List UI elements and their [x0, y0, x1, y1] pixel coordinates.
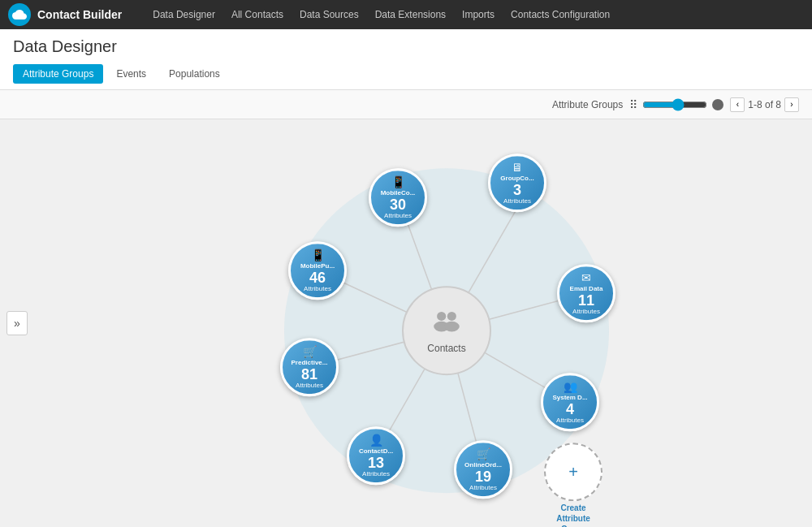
- logo-icon: [8, 3, 31, 26]
- contacts-label: Contacts: [427, 343, 465, 354]
- app-logo: Contact Builder: [8, 3, 122, 26]
- nav-data-designer[interactable]: Data Designer: [146, 6, 222, 24]
- tab-events[interactable]: Events: [106, 64, 156, 84]
- node-contactd-circle: 👤 ContactD... 13 Attributes: [347, 426, 405, 485]
- node-onlineord-icon: 🛒: [477, 447, 490, 460]
- grid-icon: ⠿: [629, 98, 637, 111]
- contacts-center[interactable]: Contacts: [402, 286, 491, 375]
- create-attribute-circle: +: [544, 443, 603, 501]
- node-contactd-count: 13: [368, 456, 384, 470]
- node-predictive[interactable]: 🛒 Predictive... 81 Attributes: [280, 338, 339, 396]
- contacts-center-icon: [431, 307, 462, 339]
- nav-all-contacts[interactable]: All Contacts: [225, 6, 290, 24]
- pagination-text: 1-8 of 8: [748, 99, 781, 110]
- node-groupconnect-icon: 🖥: [512, 161, 523, 174]
- create-attribute-group[interactable]: + CreateAttributeGroup: [544, 443, 603, 527]
- node-emaildata-attrs: Attributes: [572, 308, 600, 315]
- node-mobilepush-count: 46: [309, 270, 326, 285]
- node-systemd-circle: 👥 System D... 4 Attributes: [541, 373, 599, 431]
- node-onlineord[interactable]: 🛒 OnlineOrd... 19 Attributes: [454, 440, 512, 499]
- top-nav: Data Designer All Contacts Data Sources …: [146, 6, 616, 24]
- nav-data-sources[interactable]: Data Sources: [293, 6, 365, 24]
- node-emaildata-icon: ✉: [581, 271, 591, 284]
- create-attribute-label: CreateAttributeGroup: [556, 503, 590, 527]
- page-header: Data Designer Attribute Groups Events Po…: [0, 29, 812, 90]
- sidebar-toggle: »: [6, 311, 28, 335]
- tab-bar: Attribute Groups Events Populations: [13, 64, 799, 84]
- svg-point-11: [444, 322, 460, 332]
- node-mobilepush[interactable]: 📱 MobilePu... 46 Attributes: [288, 241, 347, 300]
- node-mobileconnect-icon: 📱: [391, 175, 405, 188]
- svg-point-8: [437, 312, 446, 321]
- node-contactd-attrs: Attributes: [362, 470, 390, 477]
- node-emaildata-count: 11: [578, 293, 594, 308]
- node-mobileconnect-circle: 📱 MobileCo... 30 Attributes: [369, 168, 427, 227]
- node-contactd[interactable]: 👤 ContactD... 13 Attributes: [347, 426, 405, 485]
- node-mobileconnect-count: 30: [390, 197, 406, 212]
- node-systemd-count: 4: [566, 402, 574, 417]
- pagination-prev[interactable]: ‹: [730, 97, 745, 112]
- node-onlineord-attrs: Attributes: [469, 484, 497, 491]
- node-mobileconnect-attrs: Attributes: [384, 212, 412, 219]
- main-content: »: [0, 119, 812, 527]
- nav-contacts-config[interactable]: Contacts Configuration: [504, 6, 616, 24]
- cloud-svg: [12, 7, 27, 22]
- node-contactd-icon: 👤: [369, 434, 383, 447]
- slider-dot: [712, 99, 723, 110]
- node-mobileconnect[interactable]: 📱 MobileCo... 30 Attributes: [369, 168, 427, 227]
- toggle-sidebar-button[interactable]: »: [6, 311, 28, 335]
- node-groupconnect-attrs: Attributes: [503, 197, 531, 205]
- node-emaildata[interactable]: ✉ Email Data 11 Attributes: [557, 264, 615, 322]
- node-mobilepush-circle: 📱 MobilePu... 46 Attributes: [288, 241, 347, 300]
- pagination-next[interactable]: ›: [784, 97, 799, 112]
- attribute-diagram: Contacts 📱 MobileCo... 30 Attributes 🖥 G…: [235, 144, 658, 517]
- node-groupconnect[interactable]: 🖥 GroupCo... 3 Attributes: [488, 153, 546, 212]
- nav-data-extensions[interactable]: Data Extensions: [369, 6, 452, 24]
- page-title: Data Designer: [13, 37, 799, 56]
- node-predictive-circle: 🛒 Predictive... 81 Attributes: [280, 338, 339, 396]
- node-mobilepush-icon: 📱: [311, 248, 325, 261]
- pagination: ‹ 1-8 of 8 ›: [730, 97, 799, 112]
- node-systemd[interactable]: 👥 System D... 4 Attributes: [541, 373, 599, 431]
- node-emaildata-circle: ✉ Email Data 11 Attributes: [557, 264, 615, 322]
- groups-label: Attribute Groups: [552, 99, 623, 110]
- plus-icon: +: [568, 464, 578, 480]
- node-predictive-count: 81: [301, 367, 317, 382]
- node-groupconnect-circle: 🖥 GroupCo... 3 Attributes: [488, 153, 546, 212]
- node-predictive-icon: 🛒: [303, 345, 317, 358]
- node-systemd-icon: 👥: [564, 380, 577, 393]
- tab-populations[interactable]: Populations: [159, 64, 230, 84]
- node-systemd-attrs: Attributes: [556, 417, 584, 424]
- node-mobilepush-attrs: Attributes: [304, 285, 331, 292]
- zoom-slider[interactable]: [642, 98, 707, 111]
- nav-imports[interactable]: Imports: [456, 6, 501, 24]
- topbar: Contact Builder Data Designer All Contac…: [0, 0, 812, 29]
- node-predictive-attrs: Attributes: [296, 382, 323, 389]
- node-groupconnect-count: 3: [513, 183, 521, 197]
- tab-attribute-groups[interactable]: Attribute Groups: [13, 64, 103, 84]
- node-onlineord-count: 19: [475, 469, 491, 484]
- zoom-slider-container: ⠿: [629, 98, 723, 111]
- node-onlineord-circle: 🛒 OnlineOrd... 19 Attributes: [454, 440, 512, 499]
- diagram-canvas: Contacts 📱 MobileCo... 30 Attributes 🖥 G…: [0, 119, 812, 527]
- svg-point-9: [447, 312, 456, 321]
- app-title: Contact Builder: [37, 8, 122, 21]
- toolbar: Attribute Groups ⠿ ‹ 1-8 of 8 ›: [0, 90, 812, 119]
